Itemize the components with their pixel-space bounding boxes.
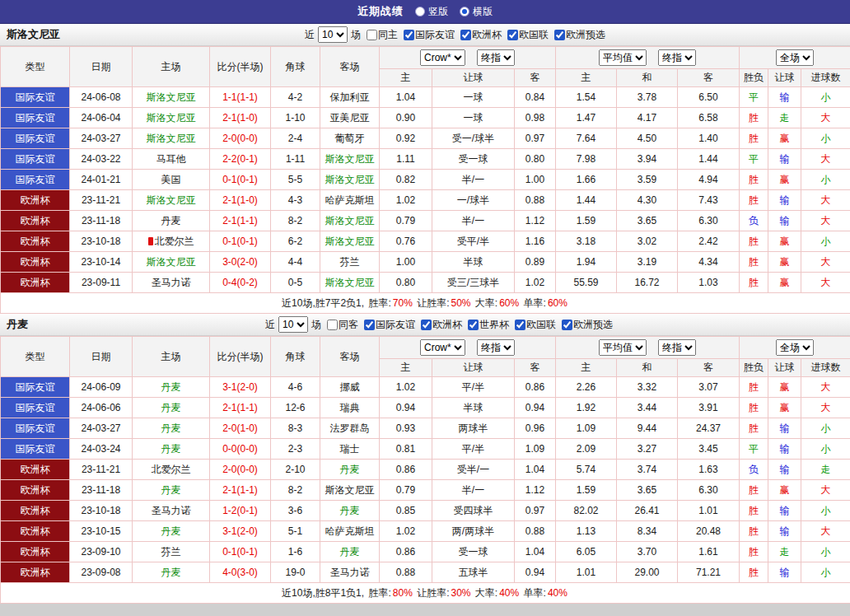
away-team: 斯洛文尼亚 xyxy=(320,231,380,252)
final-odds-select[interactable]: 终指 xyxy=(477,49,515,66)
final-odds-select-2[interactable]: 终指 xyxy=(658,49,696,66)
avg-draw-odds: 3.59 xyxy=(617,170,678,190)
odds-away: 0.86 xyxy=(515,377,556,398)
result-goals: 大 xyxy=(801,480,850,501)
competition-checkbox[interactable] xyxy=(421,320,432,330)
match-type-badge: 国际友谊 xyxy=(1,398,70,418)
competition-checkbox[interactable] xyxy=(507,30,518,40)
competition-checkbox[interactable] xyxy=(468,320,479,330)
avg-draw-odds: 16.72 xyxy=(617,273,678,293)
match-history-page: 近期战绩 竖版 横版 斯洛文尼亚近10场同主国际友谊欧洲杯欧国联欧洲预选类型日期… xyxy=(0,0,850,610)
result-outcome: 胜 xyxy=(740,480,768,501)
match-date: 24-06-04 xyxy=(70,108,133,128)
away-team: 丹麦 xyxy=(320,501,380,521)
match-date: 23-11-21 xyxy=(70,460,133,480)
avg-away-odds: 1.61 xyxy=(678,542,740,562)
filter-same-venue[interactable]: 同主 xyxy=(362,28,398,42)
layout-option-horizontal[interactable]: 横版 xyxy=(460,5,493,19)
result-outcome: 胜 xyxy=(740,252,768,273)
competition-checkbox[interactable] xyxy=(554,30,565,40)
avg-draw-odds: 3.65 xyxy=(617,211,678,231)
match-row: 国际友谊24-06-06丹麦2-1(1-1)12-6瑞典0.94半球0.941.… xyxy=(1,398,850,418)
away-team: 圣马力诺 xyxy=(320,562,380,583)
avg-home-odds: 1.01 xyxy=(556,562,617,583)
corner-score: 4-2 xyxy=(271,87,320,108)
match-scope-select[interactable]: 全场 xyxy=(776,339,814,356)
games-count-select[interactable]: 10 xyxy=(318,26,348,43)
sub-column-header: 胜负 xyxy=(740,69,768,87)
competition-checkbox[interactable] xyxy=(562,320,572,330)
away-team: 挪威 xyxy=(320,377,380,398)
handicap-line: 两球半 xyxy=(432,418,515,439)
filter-competition[interactable]: 世界杯 xyxy=(464,318,509,332)
average-select[interactable]: 平均值 xyxy=(599,339,647,356)
avg-home-odds: 1.09 xyxy=(556,418,617,439)
team-section: 斯洛文尼亚近10场同主国际友谊欧洲杯欧国联欧洲预选类型日期主场比分(半场)角球客… xyxy=(0,24,850,314)
match-score: 2-2(0-1) xyxy=(210,149,271,170)
final-odds-select-2[interactable]: 终指 xyxy=(658,339,696,356)
filter-competition[interactable]: 欧洲杯 xyxy=(417,318,462,332)
filter-competition[interactable]: 国际友谊 xyxy=(360,318,415,332)
avg-draw-odds: 29.00 xyxy=(617,562,678,583)
result-outcome: 胜 xyxy=(740,562,768,583)
games-count-select[interactable]: 10 xyxy=(278,316,308,333)
column-header-corner: 角球 xyxy=(271,337,320,377)
filter-competition[interactable]: 欧洲预选 xyxy=(550,28,605,42)
avg-draw-odds: 3.19 xyxy=(617,252,678,273)
final-odds-select[interactable]: 终指 xyxy=(477,339,515,356)
column-header-home: 主场 xyxy=(133,337,210,377)
competition-label: 欧洲预选 xyxy=(573,318,613,332)
home-team: 丹麦 xyxy=(133,439,210,460)
competition-checkbox[interactable] xyxy=(515,320,525,330)
sub-column-header: 让球 xyxy=(432,359,515,377)
filter-competition[interactable]: 欧洲杯 xyxy=(456,28,502,42)
away-team: 丹麦 xyxy=(320,460,380,480)
match-scope-select[interactable]: 全场 xyxy=(776,49,814,66)
average-select[interactable]: 平均值 xyxy=(599,49,647,66)
match-type-badge: 国际友谊 xyxy=(1,377,70,398)
avg-home-odds: 1.44 xyxy=(556,190,617,211)
summary-stat-value: 30% xyxy=(451,587,473,599)
near-label: 近 xyxy=(305,28,315,42)
result-goals: 大 xyxy=(801,149,850,170)
corner-score: 12-6 xyxy=(271,398,320,418)
odds-home: 1.02 xyxy=(380,521,432,542)
same-venue-checkbox[interactable] xyxy=(327,320,338,330)
odds-away: 0.80 xyxy=(515,149,556,170)
handicap-line: 受一/球半 xyxy=(432,128,515,149)
match-date: 23-10-15 xyxy=(70,521,133,542)
section-header: 斯洛文尼亚近10场同主国际友谊欧洲杯欧国联欧洲预选 xyxy=(0,24,850,46)
section-summary: 近10场,胜8平1负1, 胜率:80% 让胜率:30% 大率:40% 单率:40… xyxy=(1,583,850,604)
away-team: 法罗群岛 xyxy=(320,418,380,439)
same-venue-checkbox[interactable] xyxy=(367,30,377,40)
competition-checkbox[interactable] xyxy=(364,320,375,330)
handicap-line: 平/半 xyxy=(432,439,515,460)
result-outcome: 胜 xyxy=(740,128,768,149)
avg-away-odds: 1.03 xyxy=(678,273,740,293)
competition-checkbox[interactable] xyxy=(460,30,471,40)
bookmaker-select[interactable]: Crow* xyxy=(420,49,465,66)
summary-stat-value: 40% xyxy=(499,587,521,599)
result-handicap: 输 xyxy=(768,418,801,439)
odds-away: 1.04 xyxy=(515,542,556,562)
filter-same-venue[interactable]: 同客 xyxy=(323,318,358,332)
match-type-badge: 欧洲杯 xyxy=(1,231,70,252)
avg-home-odds: 1.59 xyxy=(556,480,617,501)
home-team: 芬兰 xyxy=(133,542,210,562)
filter-competition[interactable]: 国际友谊 xyxy=(399,28,455,42)
competition-checkbox[interactable] xyxy=(404,30,414,40)
result-handicap: 赢 xyxy=(768,128,801,149)
home-team: 丹麦 xyxy=(133,562,210,583)
match-type-badge: 欧洲杯 xyxy=(1,521,70,542)
results-table: 类型日期主场比分(半场)角球客场Crow*终指平均值终指全场主让球客主和客胜负让… xyxy=(0,46,850,314)
filter-competition[interactable]: 欧国联 xyxy=(511,318,556,332)
match-type-badge: 欧洲杯 xyxy=(1,460,70,480)
corner-score: 5-1 xyxy=(271,521,320,542)
home-team: 斯洛文尼亚 xyxy=(133,87,210,108)
layout-option-vertical[interactable]: 竖版 xyxy=(415,5,448,19)
filter-competition[interactable]: 欧国联 xyxy=(503,28,549,42)
avg-home-odds: 1.92 xyxy=(556,398,617,418)
result-goals: 大 xyxy=(801,273,850,293)
filter-competition[interactable]: 欧洲预选 xyxy=(558,318,613,332)
bookmaker-select[interactable]: Crow* xyxy=(420,339,465,356)
